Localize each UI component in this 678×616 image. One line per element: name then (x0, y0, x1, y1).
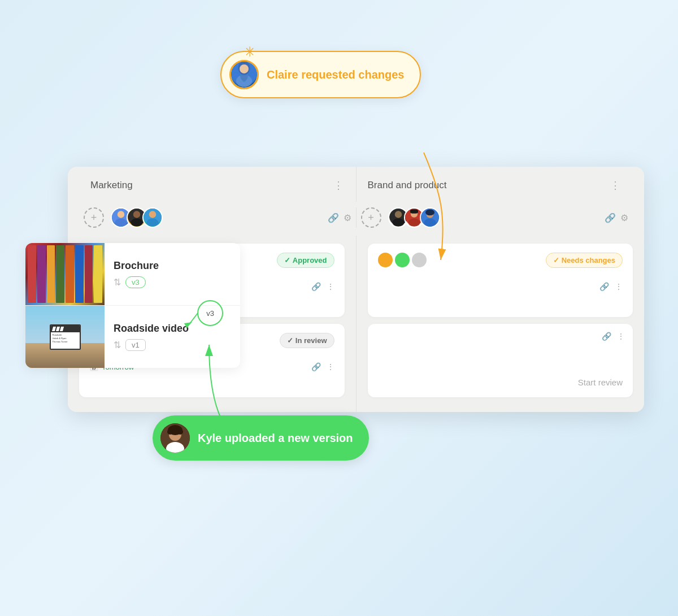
brochure-brand-dots (378, 253, 427, 267)
svg-point-30 (424, 219, 436, 227)
more-action-2[interactable]: ⋮ (327, 362, 334, 371)
avatar-3 (142, 207, 163, 228)
more-action[interactable]: ⋮ (327, 282, 334, 291)
brochure-meta: ⇅ v3 (114, 276, 231, 288)
avatar-6 (420, 207, 440, 228)
gear-icon-marketing[interactable]: ⚙ (344, 212, 351, 223)
claire-avatar (229, 60, 259, 89)
brand-avatar-group (388, 207, 440, 228)
roadside-name: Roadside video (114, 323, 231, 335)
add-reviewer-brand[interactable]: + (361, 207, 381, 228)
link-action-4[interactable]: 🔗 (602, 332, 611, 341)
brochure-marketing-status[interactable]: ✓ Approved (277, 253, 334, 268)
kyle-avatar-image (160, 423, 190, 453)
svg-point-20 (146, 219, 158, 227)
svg-point-26 (408, 219, 420, 227)
brand-menu[interactable]: ⋮ (610, 179, 621, 192)
more-action-3[interactable]: ⋮ (615, 282, 623, 291)
brochure-brand-actions: 🔗 ⋮ (599, 282, 623, 291)
svg-point-17 (131, 219, 142, 227)
roadside-thumbnail: Roadside Jakob & Ryan Thomas Turner (25, 306, 105, 368)
in-review-label: In review (295, 336, 327, 345)
link-action-2[interactable]: 🔗 (311, 362, 321, 371)
gear-icon-brand[interactable]: ⚙ (620, 212, 628, 223)
kyle-avatar (160, 423, 190, 453)
roadside-meta: ⇅ v1 (114, 339, 231, 351)
roadside-transfer-icon: ⇅ (114, 340, 121, 350)
brand-label: Brand and product (368, 180, 447, 191)
columns-header: Marketing ⋮ Brand and product ⋮ (68, 167, 644, 202)
link-action[interactable]: 🔗 (311, 282, 321, 291)
svg-point-22 (394, 211, 401, 218)
brochure-file-item[interactable]: Brochure ⇅ v3 (25, 243, 240, 306)
marketing-label: Marketing (90, 180, 133, 191)
svg-point-10 (167, 429, 173, 435)
svg-point-19 (149, 211, 156, 218)
more-action-4[interactable]: ⋮ (617, 332, 625, 341)
marketing-column-header: Marketing ⋮ (79, 167, 357, 202)
brand-icons: 🔗 ⚙ (605, 212, 628, 223)
sparkle-icon: ✳ (244, 44, 255, 60)
svg-point-11 (177, 429, 183, 435)
brochure-brand-status[interactable]: ✓ Needs changes (546, 253, 623, 268)
in-review-checkmark: ✓ (287, 336, 293, 345)
brochure-thumbnail (25, 243, 105, 305)
add-reviewer-marketing[interactable]: + (84, 207, 104, 228)
svg-point-23 (392, 219, 404, 227)
claire-notification-text: Claire requested changes (267, 68, 404, 81)
svg-point-13 (118, 211, 124, 218)
brand-column-header: Brand and product ⋮ (357, 167, 633, 202)
brochure-transfer-icon: ⇅ (114, 277, 121, 288)
svg-point-14 (115, 219, 127, 227)
roadside-marketing-actions: 🔗 ⋮ (311, 362, 334, 371)
marketing-menu[interactable]: ⋮ (333, 179, 345, 192)
approved-checkmark: ✓ (284, 256, 290, 264)
marketing-avatar-group (111, 207, 163, 228)
claire-avatar-image (231, 60, 257, 88)
start-review-text[interactable]: Start review (578, 378, 623, 387)
brand-avatars: + 🔗 ⚙ (357, 207, 633, 228)
roadside-file-item[interactable]: Roadside Jakob & Ryan Thomas Turner Road… (25, 306, 240, 368)
file-list: Brochure ⇅ v3 (25, 243, 240, 368)
brochure-version: v3 (125, 276, 146, 288)
svg-rect-27 (410, 210, 418, 214)
dot-9 (412, 253, 427, 267)
needs-changes-checkmark: ✓ (553, 256, 559, 264)
approved-label: Approved (293, 256, 327, 264)
link-icon-brand[interactable]: 🔗 (605, 212, 616, 223)
brand-col: ✓ Needs changes 🔗 ⋮ Start review 🔗 (357, 236, 645, 412)
marketing-icons: 🔗 ⚙ (328, 212, 351, 223)
brochure-marketing-actions: 🔗 ⋮ (311, 282, 334, 291)
kyle-notification-text: Kyle uploaded a new version (198, 432, 353, 445)
dot-7 (378, 253, 393, 267)
brochure-brand-card: ✓ Needs changes 🔗 ⋮ (368, 244, 633, 317)
svg-point-4 (240, 64, 249, 73)
dot-8 (395, 253, 410, 267)
svg-point-16 (133, 211, 140, 218)
svg-point-31 (425, 210, 434, 216)
roadside-marketing-status[interactable]: ✓ In review (280, 333, 334, 348)
brochure-brand-footer: 🔗 ⋮ (378, 282, 623, 291)
roadside-brand-card: Start review 🔗 ⋮ (368, 324, 633, 397)
brochure-name: Brochure (114, 260, 231, 272)
avatars-row: + 🔗 ⚙ + (68, 202, 644, 236)
marketing-avatars: + 🔗 ⚙ (79, 207, 357, 228)
link-action-3[interactable]: 🔗 (599, 282, 609, 291)
kyle-notification: Kyle uploaded a new version (153, 415, 369, 461)
link-icon-marketing[interactable]: 🔗 (328, 212, 339, 223)
roadside-info: Roadside video ⇅ v1 (105, 316, 240, 358)
needs-changes-label: Needs changes (562, 256, 615, 264)
brochure-info: Brochure ⇅ v3 (105, 253, 240, 295)
roadside-version: v1 (125, 339, 146, 351)
